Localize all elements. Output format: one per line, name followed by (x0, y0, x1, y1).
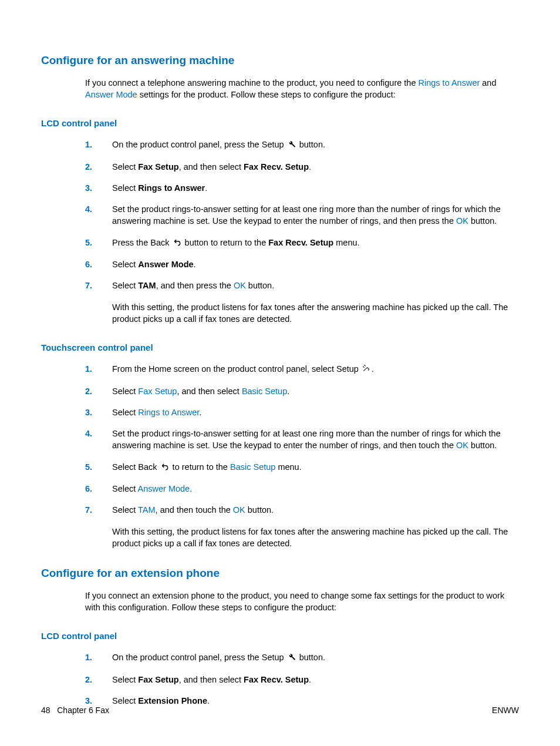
text: Select (112, 505, 138, 515)
step-body: Set the product rings-to-answer setting … (112, 203, 519, 227)
text: Select (112, 183, 138, 193)
ok-link[interactable]: OK (233, 505, 245, 515)
rings-to-answer-link[interactable]: Rings to Answer (138, 408, 199, 417)
section-heading-answering-machine: Configure for an answering machine (41, 53, 519, 69)
text: On the product control panel, press the … (112, 140, 286, 149)
page-footer: 48 Chapter 6 Fax ENWW (41, 705, 519, 717)
step-number: 6. (85, 258, 112, 270)
ok-link[interactable]: OK (234, 281, 246, 290)
list-item: 6. Select Answer Mode. (85, 483, 519, 495)
step-body: Select Rings to Answer. (112, 406, 519, 418)
document-page: Configure for an answering machine If yo… (0, 0, 560, 746)
text: Select (112, 675, 138, 684)
touchscreen-heading: Touchscreen control panel (41, 341, 519, 354)
step-number: 5. (85, 237, 112, 248)
page-number: 48 (41, 705, 50, 715)
list-item: 2. Select Fax Setup, and then select Bas… (85, 385, 519, 397)
text: Select (112, 281, 138, 290)
text: Fax Recv. Setup (244, 162, 309, 172)
step-number: 6. (85, 483, 112, 495)
rings-to-answer-link[interactable]: Rings to Answer (419, 78, 480, 88)
text: Select (112, 696, 138, 705)
lcd-steps-1: 1. On the product control panel, press t… (85, 139, 519, 325)
text: Rings to Answer (138, 183, 205, 193)
list-item: 3. Select Rings to Answer. (85, 182, 519, 194)
text: Select (112, 162, 138, 172)
step-body: Select Answer Mode. (112, 483, 519, 495)
text: , and then press the (156, 281, 234, 290)
setup-touch-icon (362, 364, 370, 375)
step-number: 5. (85, 461, 112, 473)
ok-link[interactable]: OK (456, 216, 468, 226)
step-number: 2. (85, 674, 112, 685)
list-item: 5. Press the Back button to return to th… (85, 237, 519, 249)
touch-steps: 1. From the Home screen on the product c… (85, 363, 519, 549)
text: Select (112, 408, 138, 417)
ok-link[interactable]: OK (456, 441, 468, 450)
list-item: 7. Select TAM, and then touch the OK but… (85, 504, 519, 516)
footer-right: ENWW (492, 705, 519, 717)
step-number: 3. (85, 182, 112, 194)
back-icon (161, 462, 169, 473)
step-number: 4. (85, 428, 112, 439)
text: menu. (333, 238, 359, 247)
text: . (194, 260, 196, 269)
section-heading-extension-phone: Configure for an extension phone (41, 566, 519, 582)
step-body: Select Fax Setup, and then select Basic … (112, 385, 519, 397)
text: . (207, 696, 210, 705)
basic-setup-link[interactable]: Basic Setup (230, 462, 275, 472)
list-item: 3. Select Rings to Answer. (85, 406, 519, 418)
basic-setup-link[interactable]: Basic Setup (242, 387, 287, 396)
list-item: 1. From the Home screen on the product c… (85, 363, 519, 375)
text: Extension Phone (138, 696, 207, 705)
list-item: 1. On the product control panel, press t… (85, 651, 519, 664)
text: button. (245, 505, 274, 515)
text: TAM (138, 281, 156, 290)
footer-left: 48 Chapter 6 Fax (41, 705, 109, 717)
text: Fax Recv. Setup (244, 675, 309, 684)
step-body: Select Answer Mode. (112, 258, 519, 270)
text: menu. (275, 462, 301, 472)
text: Answer Mode (138, 260, 193, 269)
intro-paragraph-2: If you connect an extension phone to the… (85, 590, 519, 614)
note-paragraph: With this setting, the product listens f… (112, 526, 519, 550)
list-item: 2. Select Fax Setup, and then select Fax… (85, 674, 519, 685)
text: Press the Back (112, 238, 172, 247)
text: Select (112, 484, 138, 493)
list-item: 4. Set the product rings-to-answer setti… (85, 428, 519, 452)
text: Set the product rings-to-answer setting … (112, 429, 501, 450)
step-body: Select TAM, and then touch the OK button… (112, 504, 519, 516)
wrench-icon (288, 652, 296, 664)
text: Fax Setup (138, 162, 178, 172)
text: button. (468, 216, 497, 226)
tam-link[interactable]: TAM (138, 505, 156, 515)
step-number: 2. (85, 161, 112, 173)
text: button. (297, 140, 325, 149)
step-number: 3. (85, 406, 112, 418)
text: , and then select (177, 387, 241, 396)
text: . (309, 162, 311, 172)
text: Fax Recv. Setup (268, 238, 333, 247)
text: Select (112, 260, 138, 269)
text: . (372, 364, 374, 374)
fax-setup-link[interactable]: Fax Setup (138, 387, 177, 396)
step-number: 2. (85, 385, 112, 397)
list-item: 4. Set the product rings-to-answer setti… (85, 203, 519, 227)
intro-paragraph-1: If you connect a telephone answering mac… (85, 77, 519, 101)
step-number: 1. (85, 363, 112, 375)
text: . (309, 675, 311, 684)
text: . (199, 408, 201, 417)
text: and (480, 78, 496, 88)
text: to return to the (170, 462, 230, 472)
text: . (190, 484, 192, 493)
text: , and then select (179, 162, 244, 172)
step-body: Select Back to return to the Basic Setup… (112, 461, 519, 473)
answer-mode-link[interactable]: Answer Mode (85, 90, 137, 99)
text: Select (112, 387, 138, 396)
answer-mode-link[interactable]: Answer Mode (138, 484, 190, 493)
text: . (287, 387, 289, 396)
chapter-label: Chapter 6 Fax (57, 705, 109, 715)
text: From the Home screen on the product cont… (112, 364, 361, 374)
step-body: Select Fax Setup, and then select Fax Re… (112, 161, 519, 173)
step-number: 7. (85, 280, 112, 291)
